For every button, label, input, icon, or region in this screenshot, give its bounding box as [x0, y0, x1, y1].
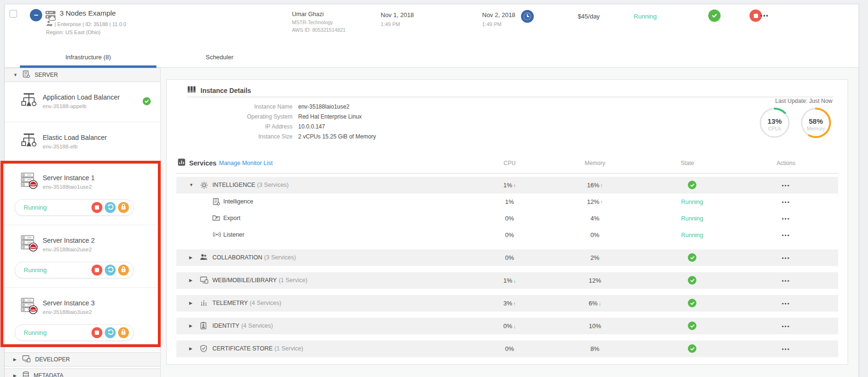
cpu-cell: 1%↓: [486, 272, 533, 289]
main-content: Instance Details Instance Nameenv-35188l…: [161, 68, 859, 377]
owner-aws-id: AWS ID: 805321514821: [292, 27, 346, 33]
row-more-actions-button[interactable]: •••: [779, 182, 793, 189]
divider: [176, 173, 838, 174]
service-row-intelligence[interactable]: ▼INTELLIGENCE(3 Services)1%↑16%↑•••: [176, 177, 838, 193]
state-running-text: Running: [681, 232, 704, 239]
actions-cell: •••: [762, 227, 810, 243]
manage-monitor-list-link[interactable]: Manage Monitor List: [219, 160, 273, 166]
server-cloud-icon: [45, 10, 57, 23]
sidebar-item-title: Server Instance 2: [43, 237, 95, 244]
memory-cell: 12%↑: [571, 193, 619, 210]
service-name: WEB/MOBILE/LIBRARY(1 Service): [212, 272, 307, 289]
developer-section-icon: [22, 355, 31, 364]
environment-header: − 3 Nodes Example | Enterprise | ID: 351…: [5, 4, 859, 48]
memory-cell-value: 8%: [591, 345, 600, 352]
sidebar-item-server-instance-3[interactable]: Server Instance 3env-35188laio3use2Runni…: [5, 288, 160, 350]
stop-instance-button[interactable]: [91, 327, 102, 338]
service-row-certificate-store[interactable]: ▶CERTIFICATE STORE(1 Service)0%8%•••: [176, 340, 838, 357]
row-more-actions-button[interactable]: •••: [779, 255, 793, 261]
actions-cell: •••: [762, 210, 810, 227]
sidebar-item-application-load-balancer[interactable]: Application Load Balancerenv-35188-appel…: [5, 82, 160, 122]
status-check-icon: [708, 9, 721, 22]
service-row-web-mobile-library[interactable]: ▶WEB/MOBILE/LIBRARY(1 Service)1%↓12%•••: [176, 272, 838, 289]
trend-down-icon: ↓: [513, 278, 516, 284]
trend-up-icon: ↑: [600, 199, 603, 205]
state-running-text: Running: [681, 199, 704, 205]
stop-instance-button[interactable]: [91, 202, 102, 213]
start-time: 1:49 PM: [381, 21, 414, 27]
row-more-actions-button[interactable]: •••: [779, 346, 793, 352]
service-count: (3 Services): [264, 254, 296, 261]
row-more-actions-button[interactable]: •••: [779, 323, 793, 330]
restart-instance-button[interactable]: [105, 202, 116, 213]
caret-right-icon[interactable]: ▶: [189, 272, 195, 289]
instance-detail-row: Instance Nameenv-35188laio1use2: [167, 102, 376, 112]
cpu-cell: 0%: [486, 210, 533, 227]
load-balancer-icon: [20, 133, 37, 150]
instance-status-pill: Running: [15, 262, 134, 278]
cpu-cell-value: 1%: [503, 277, 512, 284]
cpu-cell-value: 0%: [505, 215, 514, 222]
services-title: Services: [189, 159, 217, 167]
row-more-actions-button[interactable]: •••: [779, 277, 793, 284]
service-row-listener[interactable]: Listener0%0%Running•••: [176, 227, 838, 243]
cpu-cell-value: 0%: [505, 254, 514, 261]
service-row-export[interactable]: Export0%4%Running•••: [176, 210, 838, 227]
instance-status-pill: Running: [15, 199, 134, 216]
lock-instance-button[interactable]: [118, 202, 129, 213]
sidebar-item-text: Server Instance 2env-35188laio2use2: [43, 237, 95, 252]
lock-instance-button[interactable]: [118, 327, 129, 338]
caret-right-icon[interactable]: ▶: [189, 318, 195, 334]
service-row-telemetry[interactable]: ▶TELEMETRY(4 Services)3%↑6%↓•••: [176, 295, 838, 312]
detail-label: IP Address: [167, 122, 292, 132]
stop-instance-button[interactable]: [91, 265, 102, 276]
state-cell: Running: [664, 210, 721, 227]
sidebar-item-server-instance-2[interactable]: Server Instance 2env-35188laio2use2Runni…: [5, 225, 160, 288]
environment-more-actions-button[interactable]: •••: [754, 10, 775, 21]
collapse-environment-button[interactable]: −: [30, 9, 42, 21]
tab-infrastructure[interactable]: Infrastructure (8): [20, 48, 156, 67]
service-row-intelligence[interactable]: Intelligence1%12%↑Running•••: [176, 193, 838, 210]
export-folder-icon: [212, 214, 220, 223]
row-more-actions-button[interactable]: •••: [779, 232, 793, 239]
memory-cell-value: 2%: [591, 254, 600, 261]
restart-instance-button[interactable]: [105, 265, 116, 276]
sidebar-item-subtitle: env-35188laio3use2: [43, 309, 95, 315]
lock-instance-button[interactable]: [118, 265, 129, 276]
cpu-cell: 0%: [486, 249, 533, 266]
sidebar-item-text: Elastic Load Balancerenv-35188-elb: [43, 134, 107, 149]
service-name-text: IDENTITY: [212, 322, 239, 329]
row-more-actions-button[interactable]: •••: [779, 199, 793, 205]
memory-cell: 8%: [571, 340, 619, 357]
caret-right-icon[interactable]: ▶: [189, 340, 195, 357]
caret-right-icon[interactable]: ▶: [189, 249, 195, 266]
sidebar-section-server[interactable]: ▼ SERVER: [5, 68, 160, 82]
lock-icon: [120, 329, 127, 337]
status-check-icon: [688, 253, 696, 262]
services-icon: [178, 158, 185, 167]
divider: [187, 97, 833, 97]
restart-instance-button[interactable]: [105, 327, 116, 338]
row-more-actions-button[interactable]: •••: [779, 215, 793, 222]
sidebar-section-metadata[interactable]: ▶ METADATA: [5, 368, 160, 377]
environment-checkbox[interactable]: [9, 10, 17, 18]
listener-broadcast-icon: [212, 231, 221, 239]
status-check-icon: [688, 181, 696, 189]
tab-scheduler[interactable]: Scheduler: [192, 48, 247, 67]
service-name-text: COLLABORATION: [212, 254, 262, 261]
status-check-icon: [143, 97, 151, 105]
memory-cell-value: 0%: [591, 231, 600, 239]
instance-details-header: Instance Details: [187, 86, 251, 95]
service-row-collaboration[interactable]: ▶COLLABORATION(3 Services)0%2%•••: [176, 249, 838, 266]
status-check-icon: [688, 322, 696, 330]
row-more-actions-button[interactable]: •••: [779, 300, 793, 307]
caret-down-icon[interactable]: ▼: [189, 177, 195, 193]
sidebar-item-text: Server Instance 1env-35188laio1use2: [43, 174, 95, 190]
sidebar-section-developer-label: DEVELOPER: [35, 356, 70, 363]
caret-right-icon[interactable]: ▶: [189, 295, 195, 312]
state-cell: [664, 177, 721, 193]
service-row-identity[interactable]: ▶IDENTITY(4 Services)0%↓10%•••: [176, 318, 838, 334]
sidebar-section-developer[interactable]: ▶ DEVELOPER: [5, 352, 160, 367]
sidebar-item-server-instance-1[interactable]: Server Instance 1env-35188laio1use2Runni…: [5, 163, 160, 225]
sidebar-item-elastic-load-balancer[interactable]: Elastic Load Balancerenv-35188-elb: [5, 122, 160, 163]
